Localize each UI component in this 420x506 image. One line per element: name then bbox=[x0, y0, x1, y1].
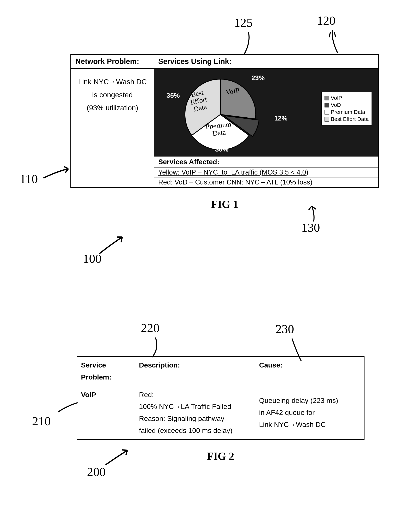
affected-yellow-row: Yellow: VoIP – NYC_to_LA traffic (MOS 3.… bbox=[154, 167, 378, 177]
legend-label: Premium Data bbox=[331, 109, 365, 115]
affected-red-row: Red: VoD – Customer CNN: NYC→ATL (10% lo… bbox=[154, 177, 378, 187]
legend-label: VoD bbox=[331, 102, 341, 108]
fig1-caption: FIG 1 bbox=[70, 198, 379, 210]
network-problem-header: Network Problem: bbox=[71, 55, 154, 69]
arrow-icon bbox=[41, 166, 73, 182]
pie-chart bbox=[181, 75, 260, 154]
premium-pct-label: 30% bbox=[215, 146, 228, 153]
callout-125: 125 bbox=[234, 15, 253, 30]
link-name: Link NYC→Wash DC bbox=[74, 75, 150, 88]
legend-label: Best Effort Data bbox=[331, 116, 369, 122]
description-cell: Red: 100% NYC→LA Traffic Failed Reason: … bbox=[135, 386, 255, 439]
vod-pct-label: 12% bbox=[274, 114, 287, 122]
swatch-icon bbox=[325, 103, 329, 107]
figure-2: Service Problem: Description: Cause: VoI… bbox=[77, 356, 365, 462]
premium-slice-label: Premium Data bbox=[205, 120, 232, 138]
legend-item-vod: VoD bbox=[325, 102, 369, 108]
col-cause: Cause: bbox=[255, 357, 364, 386]
col-service-problem: Service Problem: bbox=[77, 357, 135, 386]
arrow-icon bbox=[104, 448, 130, 467]
arrow-icon bbox=[307, 205, 324, 224]
figure-1: Network Problem: Link NYC→Wash DC is con… bbox=[70, 54, 379, 210]
callout-230: 230 bbox=[275, 322, 294, 336]
legend-item-besteffort: Best Effort Data bbox=[325, 116, 369, 122]
voip-pct-label: 23% bbox=[251, 74, 265, 82]
col-description: Description: bbox=[135, 357, 255, 386]
besteffort-pct-label: 35% bbox=[167, 92, 180, 99]
pie-chart-panel: 23% 12% 30% 35% VoIP Premium Data Best E… bbox=[154, 69, 378, 156]
swatch-icon bbox=[325, 117, 329, 121]
utilization: (93% utilization) bbox=[74, 101, 150, 114]
services-panel: Services Using Link: 23% 1 bbox=[154, 55, 378, 187]
swatch-icon bbox=[325, 110, 329, 114]
swatch-icon bbox=[325, 96, 329, 100]
callout-220: 220 bbox=[141, 321, 160, 335]
callout-110: 110 bbox=[20, 172, 38, 186]
legend-label: VoIP bbox=[331, 95, 342, 101]
callout-line-icon bbox=[57, 402, 80, 414]
legend: VoIP VoD Premium Data Best Effort Data bbox=[321, 92, 372, 126]
network-problem-panel: Network Problem: Link NYC→Wash DC is con… bbox=[71, 55, 154, 187]
cause-cell: Queueing delay (223 ms) in AF42 queue fo… bbox=[255, 386, 364, 439]
service-cell: VoIP bbox=[77, 386, 135, 439]
fig2-table: Service Problem: Description: Cause: VoI… bbox=[77, 356, 365, 440]
legend-item-premium: Premium Data bbox=[325, 109, 369, 115]
callout-line-icon bbox=[149, 338, 166, 358]
network-problem-body: Link NYC→Wash DC is congested (93% utili… bbox=[71, 69, 154, 127]
congestion-status: is congested bbox=[74, 88, 150, 101]
callout-210: 210 bbox=[32, 414, 51, 428]
callout-200: 200 bbox=[87, 465, 106, 479]
arrow-icon bbox=[97, 235, 126, 256]
legend-item-voip: VoIP bbox=[325, 95, 369, 101]
col-header-label: Service Problem: bbox=[81, 361, 111, 381]
callout-line-icon bbox=[290, 339, 307, 362]
services-affected-header: Services Affected: bbox=[154, 157, 378, 167]
table-row: VoIP Red: 100% NYC→LA Traffic Failed Rea… bbox=[77, 386, 364, 439]
services-affected-panel: Services Affected: Yellow: VoIP – NYC_to… bbox=[154, 156, 378, 187]
table-header-row: Service Problem: Description: Cause: bbox=[77, 357, 364, 386]
services-header: Services Using Link: bbox=[154, 55, 378, 69]
fig1-panel: Network Problem: Link NYC→Wash DC is con… bbox=[70, 54, 379, 188]
callout-line-icon bbox=[242, 32, 259, 57]
callout-line-icon bbox=[326, 30, 343, 55]
callout-120: 120 bbox=[317, 13, 335, 28]
